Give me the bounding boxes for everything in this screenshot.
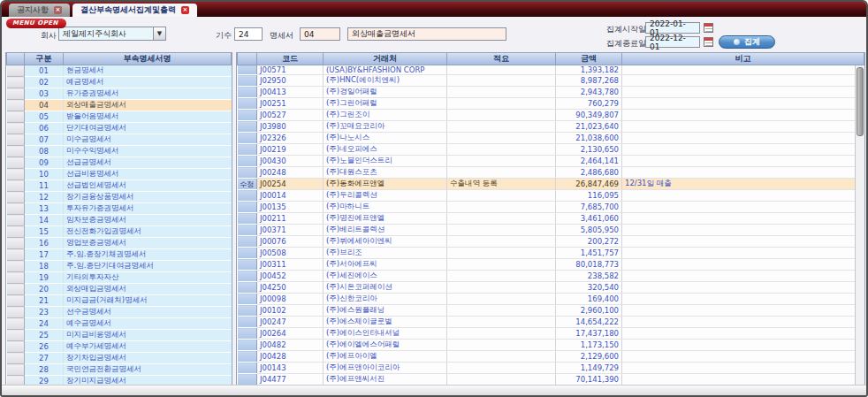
row-marker[interactable] [238, 374, 257, 386]
row-button[interactable] [7, 169, 25, 180]
statement-list-row[interactable]: 01현금명세서 [7, 65, 232, 77]
aggregate-button[interactable]: 집계 [719, 35, 775, 49]
row-marker[interactable] [238, 121, 257, 133]
row-button[interactable] [7, 134, 25, 146]
detail-row[interactable]: J00211(주)명진에프앤엘3,461,060 [238, 213, 864, 225]
row-marker[interactable] [238, 133, 257, 144]
row-button[interactable] [7, 353, 25, 364]
row-button[interactable] [7, 295, 25, 307]
statement-list-row[interactable]: 04외상매출금명세서 [7, 100, 232, 111]
detail-row[interactable]: J00251(주)그린어패럴760,279 [238, 98, 864, 110]
statement-list-row[interactable]: 25미지급비용명세서 [7, 330, 232, 341]
chevron-down-icon[interactable]: ▼ [153, 27, 165, 40]
statement-list-row[interactable]: 05받을어음명세서 [7, 111, 232, 123]
row-marker[interactable] [238, 225, 257, 236]
row-marker[interactable] [238, 144, 257, 156]
statement-list-row[interactable]: 13투자유가증권명세서 [7, 203, 232, 215]
statement-list-row[interactable]: 20외상매입금명세서 [7, 284, 232, 295]
row-marker[interactable] [238, 98, 257, 110]
calendar-icon[interactable] [704, 37, 713, 47]
detail-row[interactable]: J04250(주)시온코퍼레이션320,540 [238, 282, 864, 294]
statement-list-row[interactable]: 16영업보증금명세서 [7, 238, 232, 249]
detail-row[interactable]: J02950(주)HNC(에이치엔씨)8,987,268 [238, 75, 864, 87]
statement-list-row[interactable]: 09선급금명세서 [7, 157, 232, 169]
row-marker[interactable] [238, 282, 257, 294]
row-marker[interactable] [238, 236, 257, 248]
statement-list-row[interactable]: 08미수수익명세서 [7, 146, 232, 157]
row-button[interactable] [7, 238, 25, 249]
detail-row[interactable]: J00247(주)에스제이글로벌14,654,222 [238, 317, 864, 328]
statement-list-row[interactable]: 03유가증권명세서 [7, 88, 232, 100]
detail-row[interactable]: J00219(주)네오피에스2,130,650 [238, 144, 864, 156]
row-button[interactable] [7, 215, 25, 226]
row-button[interactable] [7, 364, 25, 376]
statement-list-row[interactable]: 07미수금명세서 [7, 134, 232, 146]
row-button[interactable] [7, 203, 25, 215]
tab-settlement-report[interactable]: 결산부속명세서집계및출력 × [72, 4, 197, 17]
detail-row[interactable]: J00076(주)뷔에세아이엔씨200,272 [238, 236, 864, 248]
statement-list-row[interactable]: 14임차보증금명세서 [7, 215, 232, 226]
detail-row[interactable]: J00135(주)마하니트7,685,700 [238, 202, 864, 213]
detail-row[interactable]: J00508(주)브리조1,451,757 [238, 248, 864, 259]
row-marker[interactable] [238, 305, 257, 317]
detail-row[interactable]: J02326(주)나노시스21,038,600 [238, 133, 864, 144]
tab-notice[interactable]: 공지사항 × [9, 4, 70, 17]
row-marker[interactable] [238, 87, 257, 98]
detail-row[interactable]: J00428(주)에프아이엘2,129,600 [238, 351, 864, 363]
period-input[interactable]: 24 [234, 27, 263, 41]
row-marker[interactable] [238, 190, 257, 202]
detail-row[interactable]: 수정J00254(주)동화에프앤엘수출내역 등록26,847,46912/31일… [238, 179, 864, 190]
row-button[interactable] [7, 88, 25, 100]
statement-list-row[interactable]: 23선수금명세서 [7, 307, 232, 318]
statement-list-row[interactable]: 17주.임.종장기채권명세서 [7, 249, 232, 261]
row-marker[interactable] [238, 363, 257, 374]
row-button[interactable] [7, 249, 25, 261]
row-marker[interactable] [238, 110, 257, 121]
row-marker[interactable] [238, 259, 257, 271]
statement-list-row[interactable]: 10선급비용명세서 [7, 169, 232, 180]
statement-list-row[interactable]: 12장기금융상품명세서 [7, 192, 232, 203]
menu-open-badge[interactable]: MENU OPEN [6, 19, 66, 28]
detail-row[interactable]: J00264(주)에이스인터내셔널17,437,180 [238, 328, 864, 340]
row-button[interactable] [7, 65, 25, 77]
statement-list-row[interactable]: 02예금명세서 [7, 77, 232, 88]
statement-list-row[interactable]: 06단기대여금명세서 [7, 123, 232, 134]
vertical-scrollbar[interactable] [855, 65, 864, 388]
statement-name-input[interactable]: 외상매출금명세서 [347, 27, 506, 41]
row-marker[interactable] [238, 65, 257, 75]
row-button[interactable] [7, 307, 25, 318]
end-date-input[interactable]: 2022-12-01 [645, 36, 700, 48]
detail-row[interactable]: J03980(주)꼬매요코리아21,023,640 [238, 121, 864, 133]
row-button[interactable] [7, 226, 25, 238]
statement-list-row[interactable]: 11선급법인세명세서 [7, 180, 232, 192]
row-button[interactable] [7, 77, 25, 88]
row-button[interactable] [7, 341, 25, 353]
detail-row[interactable]: J00102(주)에스원플래닝2,960,100 [238, 305, 864, 317]
detail-row[interactable]: J00571(USA)BY&HFASHION CORP1,393,182 [238, 65, 864, 75]
row-marker[interactable] [238, 317, 257, 328]
row-button[interactable] [7, 330, 25, 341]
detail-row[interactable]: J00143(주)에프앤아이코리아1,149,729 [238, 363, 864, 374]
row-marker[interactable] [238, 213, 257, 225]
row-marker[interactable] [238, 294, 257, 305]
calendar-icon[interactable] [704, 23, 713, 33]
row-button[interactable] [7, 123, 25, 134]
row-marker[interactable] [238, 351, 257, 363]
statement-list-row[interactable]: 24예수금명세서 [7, 318, 232, 330]
detail-row[interactable]: J00371(주)베리트콜렉션5,805,950 [238, 225, 864, 236]
statement-list-row[interactable]: 19기타의투자자산 [7, 272, 232, 284]
close-icon[interactable]: × [54, 6, 62, 14]
statement-list-row[interactable]: 15전신전화가입권명세서 [7, 226, 232, 238]
row-button[interactable] [7, 180, 25, 192]
detail-row[interactable]: J00452(주)세진에이스238,582 [238, 271, 864, 282]
row-button[interactable] [7, 157, 25, 169]
row-button[interactable] [7, 284, 25, 295]
row-button[interactable] [7, 192, 25, 203]
statement-code-input[interactable]: 04 [300, 27, 340, 41]
row-marker[interactable] [238, 271, 257, 282]
detail-row[interactable]: J00311(주)서아에프씨80,018,773 [238, 259, 864, 271]
detail-row[interactable]: J00482(주)에이엘에스어패럴1,173,150 [238, 340, 864, 351]
row-marker[interactable] [238, 328, 257, 340]
detail-row[interactable]: J00527(주)그린조이90,349,807 [238, 110, 864, 121]
row-marker[interactable] [238, 248, 257, 259]
